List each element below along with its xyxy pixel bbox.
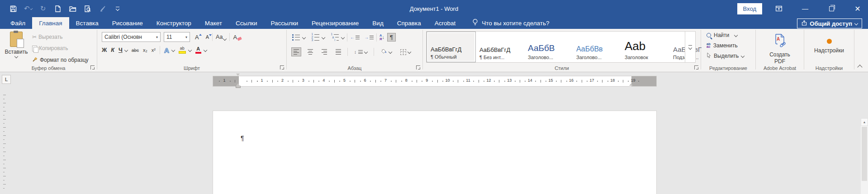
tab-вид[interactable]: Вид <box>365 17 390 29</box>
font-color-button[interactable]: А <box>195 46 201 54</box>
grow-font-button[interactable]: А <box>195 34 199 41</box>
styles-dialog-launcher[interactable] <box>694 65 698 69</box>
superscript-button[interactable]: х² <box>152 47 156 53</box>
ruler-number: 13 <box>507 78 512 83</box>
font-color-chevron-icon[interactable] <box>203 48 207 52</box>
create-pdf-button[interactable]: A Создать PDF <box>756 33 804 65</box>
shrink-font-button[interactable]: А <box>206 34 209 40</box>
find-button[interactable]: Найти <box>707 31 755 39</box>
create-pdf-label: Создать PDF <box>766 51 793 65</box>
subscript-button[interactable]: х₂ <box>143 47 147 53</box>
style-card-2[interactable]: АаБбВвГгД¶ Без инт... <box>476 32 524 62</box>
tab-справка[interactable]: Справка <box>390 17 428 29</box>
replace-label: Заменить <box>713 42 738 49</box>
vertical-scrollbar[interactable]: ▲ <box>861 118 868 194</box>
ruler-tick <box>3 111 6 111</box>
tab-вставка[interactable]: Вставка <box>69 17 105 29</box>
italic-button[interactable]: К <box>111 47 114 53</box>
highlight-button[interactable]: ab <box>179 46 186 54</box>
document-page[interactable]: ¶ <box>213 111 657 194</box>
highlight-chevron-icon[interactable] <box>188 48 191 52</box>
ruler-tick <box>3 123 5 124</box>
font-size-combobox[interactable]: 11▾ <box>164 32 190 42</box>
sign-in-button[interactable]: Вход <box>737 3 762 14</box>
ruler-number: 8 <box>405 78 408 83</box>
tab-ссылки[interactable]: Ссылки <box>229 17 264 29</box>
numbering-chevron-icon[interactable] <box>322 35 325 39</box>
underline-chevron-icon[interactable] <box>124 48 128 52</box>
tab-главная[interactable]: Главная <box>32 17 69 29</box>
align-left-button[interactable] <box>291 47 301 56</box>
styles-more-button[interactable] <box>685 31 696 63</box>
decrease-indent-button[interactable]: ← <box>350 35 360 40</box>
minimize-button[interactable]: — <box>800 4 810 14</box>
borders-button[interactable] <box>398 48 413 56</box>
clear-formatting-button[interactable]: А <box>233 34 237 41</box>
ruler-number: 2 <box>281 78 284 83</box>
tab-рассылки[interactable]: Рассылки <box>264 17 305 29</box>
strikethrough-button[interactable]: abc <box>132 48 139 53</box>
underline-button[interactable]: Ч <box>119 47 123 53</box>
tab-acrobat[interactable]: Acrobat <box>428 17 463 29</box>
bullets-chevron-icon[interactable] <box>302 35 306 39</box>
style-card-1[interactable]: АаБбВвГгД¶ Обычный <box>427 32 476 62</box>
paragraph-dialog-launcher[interactable] <box>416 65 420 69</box>
tab-рисование[interactable]: Рисование <box>105 17 150 29</box>
align-right-button[interactable] <box>319 48 329 56</box>
tab-конструктор[interactable]: Конструктор <box>150 17 198 29</box>
share-button[interactable]: Общий доступ <box>797 18 862 28</box>
close-button[interactable]: ✕ <box>853 4 863 14</box>
line-spacing-button[interactable]: ↕ <box>352 48 370 56</box>
select-button[interactable]: Выделить <box>707 51 755 60</box>
style-card-4[interactable]: АаБбВвЗаголово... <box>573 32 621 62</box>
font-dialog-launcher[interactable] <box>280 65 284 69</box>
ruler-number: 5 <box>343 78 346 83</box>
show-paragraph-marks-button[interactable]: ¶ <box>387 33 396 42</box>
new-document-icon[interactable] <box>54 5 62 13</box>
font-name-combobox[interactable]: Calibri (Основн▾ <box>102 32 161 42</box>
ribbon-display-options-button[interactable] <box>774 4 784 14</box>
right-indent-marker[interactable] <box>629 83 633 86</box>
change-case-button[interactable]: Аа <box>216 34 226 40</box>
left-indent-marker[interactable] <box>236 86 241 88</box>
ruler-number: 1 <box>223 78 225 83</box>
ruler-tick <box>257 81 258 82</box>
tell-me-box[interactable]: Что вы хотите сделать? <box>472 17 549 29</box>
scroll-up-button[interactable]: ▲ <box>861 118 868 126</box>
open-icon[interactable] <box>69 5 77 13</box>
numbering-button[interactable]: 123 <box>311 33 319 41</box>
scrollbar-thumb[interactable] <box>862 127 867 181</box>
text-effects-chevron-icon[interactable] <box>171 48 175 52</box>
multilevel-list-chevron-icon[interactable] <box>341 35 345 39</box>
justify-button[interactable] <box>333 48 343 56</box>
text-effects-button[interactable]: А <box>164 46 169 54</box>
bold-button[interactable]: Ж <box>102 47 107 53</box>
tab-рецензирование[interactable]: Рецензирование <box>305 17 365 29</box>
ruler-tick <box>520 80 520 83</box>
style-card-3[interactable]: АаБбВЗаголово... <box>524 32 573 62</box>
clipboard-dialog-launcher[interactable] <box>90 65 95 69</box>
restore-button[interactable] <box>826 4 836 14</box>
tab-file[interactable]: Файл <box>4 17 32 29</box>
collapse-ribbon-icon[interactable] <box>857 65 862 69</box>
multilevel-list-button[interactable]: 1аi <box>330 33 339 41</box>
paste-chevron-icon <box>14 55 18 58</box>
sort-button[interactable]: АЯ ↓ <box>379 34 384 41</box>
tab-stop-selector[interactable]: L <box>2 75 11 84</box>
first-line-indent-marker[interactable] <box>236 74 240 76</box>
increase-indent-button[interactable]: → <box>364 35 374 40</box>
shading-button[interactable] <box>378 47 394 57</box>
align-center-button[interactable] <box>305 48 315 56</box>
addins-button[interactable]: Надстройки <box>804 39 854 54</box>
customize-qat-icon[interactable] <box>114 5 122 13</box>
ruler-tick <box>308 81 309 82</box>
tab-макет[interactable]: Макет <box>198 17 229 29</box>
format-painter-button[interactable]: Формат по образцу <box>30 55 91 65</box>
bullets-button[interactable] <box>291 34 300 41</box>
paste-button[interactable]: Вставить <box>4 32 29 69</box>
replace-button[interactable]: ab ac Заменить <box>707 41 755 50</box>
style-card-5[interactable]: АabЗаголовок <box>621 32 669 62</box>
print-preview-icon[interactable] <box>84 5 92 13</box>
horizontal-ruler: 112345678910111213141516171819 <box>213 76 657 87</box>
save-icon[interactable] <box>9 5 17 13</box>
